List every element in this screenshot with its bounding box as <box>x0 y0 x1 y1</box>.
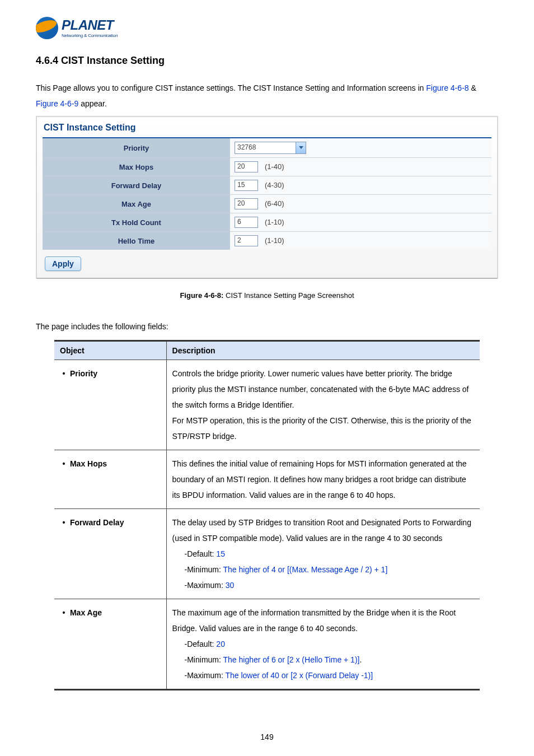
settings-table: Priority 32768 Max Hops 20 (1-40) Forwar… <box>43 138 491 250</box>
intro-paragraph: This Page allows you to configure CIST i… <box>36 80 498 111</box>
label-max-age: Max Age <box>43 195 230 213</box>
row-tx-hold-count: Tx Hold Count 6 (1-10) <box>43 213 491 232</box>
fd-min-label: -Minimum: <box>185 565 223 574</box>
desc-priority: Controls the bridge priority. Lower nume… <box>166 360 480 450</box>
fd-max-label: -Maximum: <box>185 581 226 590</box>
fieldrow-max-age: • Max Age The maximum age of the informa… <box>54 599 480 690</box>
fields-leadin: The page includes the following fields: <box>36 322 498 331</box>
obj-priority: Priority <box>70 369 97 378</box>
ma-default-val: 20 <box>216 640 225 648</box>
label-priority: Priority <box>43 138 230 158</box>
desc-max-hops-p1: This defines the initial value of remain… <box>172 459 467 500</box>
section-title: CIST Instance Setting <box>61 55 165 66</box>
ma-max-val: The lower of 40 or [2 x (Forward Delay -… <box>225 671 373 680</box>
fd-max-val: 30 <box>226 581 235 590</box>
page-number: 149 <box>0 732 534 741</box>
row-max-age: Max Age 20 (6-40) <box>43 195 491 213</box>
swoosh-icon <box>36 18 58 35</box>
row-hello-time: Hello Time 2 (1-10) <box>43 232 491 250</box>
desc-forward-delay-p1: The delay used by STP Bridges to transit… <box>172 518 471 543</box>
bullet-icon: • <box>60 456 68 472</box>
bullet-icon: • <box>60 605 68 620</box>
bullet-icon: • <box>60 515 68 530</box>
hello-time-range: (1-10) <box>265 236 284 245</box>
bullet-icon: • <box>60 366 68 381</box>
section-number: 4.6.4 <box>36 55 58 66</box>
fieldrow-forward-delay: • Forward Delay The delay used by STP Br… <box>54 509 480 599</box>
row-forward-delay: Forward Delay 15 (4-30) <box>43 176 491 195</box>
figure-caption: Figure 4-6-8: CIST Instance Setting Page… <box>36 291 498 300</box>
priority-select[interactable]: 32768 <box>235 142 306 154</box>
tx-hold-count-input[interactable]: 6 <box>235 217 258 228</box>
forward-delay-range: (4-30) <box>265 181 284 189</box>
cist-panel: CIST Instance Setting Priority 32768 Max… <box>36 116 498 279</box>
panel-title: CIST Instance Setting <box>43 120 491 138</box>
forward-delay-input[interactable]: 15 <box>235 180 258 191</box>
desc-priority-p2: For MSTP operation, this is the priority… <box>172 416 471 441</box>
figure-text: CIST Instance Setting Page Screenshot <box>223 291 354 300</box>
intro-pre: This Page allows you to configure CIST i… <box>36 83 426 92</box>
globe-icon <box>36 17 58 39</box>
ma-min-trail: . <box>359 655 362 664</box>
intro-post: appear. <box>81 99 107 108</box>
fd-default-val: 15 <box>216 549 225 558</box>
figure-link-1[interactable]: Figure 4-6-8 <box>426 83 469 92</box>
obj-forward-delay: Forward Delay <box>70 518 124 527</box>
row-priority: Priority 32768 <box>43 138 491 158</box>
logo-name: PLANET <box>62 18 118 32</box>
logo: PLANET Networking & Communication <box>36 17 498 39</box>
tx-hold-count-range: (1-10) <box>265 218 284 226</box>
fd-default-label: -Default: <box>185 549 217 558</box>
header-description: Description <box>166 341 480 360</box>
apply-button[interactable]: Apply <box>45 256 81 271</box>
label-max-hops: Max Hops <box>43 158 230 176</box>
fieldrow-max-hops: • Max Hops This defines the initial valu… <box>54 450 480 509</box>
obj-max-age: Max Age <box>70 608 102 617</box>
ma-default-label: -Default: <box>185 640 217 648</box>
logo-tagline: Networking & Communication <box>62 33 118 38</box>
label-forward-delay: Forward Delay <box>43 176 230 195</box>
ma-max-label: -Maximum: <box>185 671 226 680</box>
section-heading: 4.6.4 CIST Instance Setting <box>36 55 498 67</box>
max-age-range: (6-40) <box>265 199 284 208</box>
desc-priority-p1: Controls the bridge priority. Lower nume… <box>172 369 469 409</box>
desc-max-hops: This defines the initial value of remain… <box>166 450 480 509</box>
row-max-hops: Max Hops 20 (1-40) <box>43 158 491 176</box>
max-age-input[interactable]: 20 <box>235 198 258 209</box>
header-object: Object <box>54 341 166 360</box>
desc-forward-delay: The delay used by STP Bridges to transit… <box>166 509 480 599</box>
ma-min-val: The higher of 6 or [2 x (Hello Time + 1)… <box>223 655 360 664</box>
obj-max-hops: Max Hops <box>70 459 107 468</box>
fieldrow-priority: • Priority Controls the bridge priority.… <box>54 360 480 450</box>
hello-time-input[interactable]: 2 <box>235 235 258 246</box>
chevron-down-icon[interactable] <box>296 142 306 153</box>
max-hops-range: (1-40) <box>265 162 284 171</box>
priority-value: 32768 <box>235 142 296 152</box>
desc-max-age: The maximum age of the information trans… <box>166 599 480 690</box>
max-hops-input[interactable]: 20 <box>235 161 258 172</box>
label-tx-hold-count: Tx Hold Count <box>43 213 230 232</box>
desc-max-age-p1: The maximum age of the information trans… <box>172 608 456 633</box>
figure-label: Figure 4-6-8: <box>180 291 223 300</box>
label-hello-time: Hello Time <box>43 232 230 250</box>
ma-min-label: -Minimum: <box>185 655 223 664</box>
fd-min-val: The higher of 4 or [(Max. Message Age / … <box>223 565 388 574</box>
fields-table: Object Description • Priority Controls t… <box>54 340 480 690</box>
figure-link-2[interactable]: Figure 4-6-9 <box>36 99 78 108</box>
intro-amp: & <box>471 83 476 92</box>
